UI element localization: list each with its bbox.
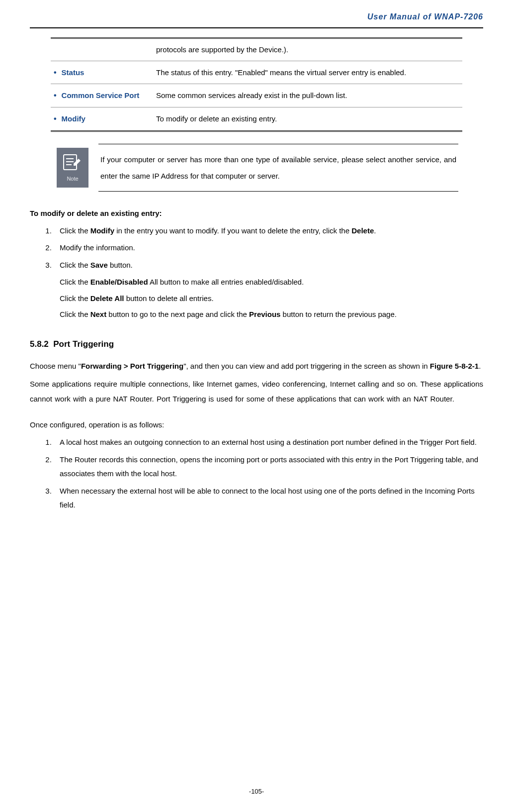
list-item: The Router records this connection, open… [54, 453, 483, 481]
sub-line: Click the Next button to go to the next … [60, 307, 483, 322]
table-row: Modify To modify or delete an existing e… [51, 107, 462, 131]
subsection-title: Port Triggering [53, 339, 114, 349]
operation-steps: A local host makes an outgoing connectio… [54, 435, 483, 512]
text: Choose menu " [30, 362, 81, 370]
row-label: Modify [51, 107, 150, 131]
subsection-heading: 5.8.2 Port Triggering [30, 337, 483, 352]
body-paragraph: Choose menu "Forwarding > Port Triggerin… [30, 359, 483, 374]
text: Click the [60, 261, 90, 269]
text: button to delete all entries. [124, 294, 214, 303]
row-label: Common Service Port [51, 84, 150, 107]
text: Click the [60, 310, 90, 318]
subsection-number: 5.8.2 [30, 339, 49, 349]
text-bold: Enable/Disabled [90, 278, 148, 286]
row-desc: Some common services already exist in th… [150, 84, 462, 107]
list-item: A local host makes an outgoing connectio… [54, 435, 483, 450]
sub-line: Click the Delete All button to delete al… [60, 292, 483, 306]
body-paragraph: Once configured, operation is as follows… [30, 417, 483, 432]
text: button. [108, 261, 133, 269]
definitions-table: protocols are supported by the Device.).… [51, 37, 462, 132]
text: Click the [60, 226, 90, 235]
table-row: protocols are supported by the Device.). [51, 38, 462, 61]
sub-line: Click the Enable/Disabled All button to … [60, 275, 483, 290]
text: Click the [60, 278, 90, 286]
text: Click the [60, 294, 90, 303]
row-desc: To modify or delete an existing entry. [150, 107, 462, 131]
table-row: Status The status of this entry. "Enable… [51, 61, 462, 84]
note-block: Note If your computer or server has more… [55, 144, 458, 192]
note-text: If your computer or server has more than… [98, 144, 458, 192]
text-bold: Delete All [90, 294, 124, 303]
text: button to return the previous page. [280, 310, 397, 318]
text-bold: Delete [351, 226, 374, 235]
sub-lines: Click the Enable/Disabled All button to … [60, 275, 483, 322]
list-item: Click the Save button. [54, 258, 483, 273]
text: All button to make all entries enabled/d… [148, 278, 304, 286]
text: ", and then you can view and add port tr… [183, 362, 430, 370]
text-bold: Forwarding > Port Triggering [81, 362, 183, 370]
text-bold: Next [90, 310, 107, 318]
note-icon: Note [55, 144, 90, 192]
page-footer: -105- [0, 786, 513, 797]
modify-heading: To modify or delete an existing entry: [30, 206, 483, 220]
row-desc: protocols are supported by the Device.). [150, 38, 462, 61]
row-desc: The status of this entry. "Enabled" mean… [150, 61, 462, 84]
row-label: Status [51, 61, 150, 84]
text: in the entry you want to modify. If you … [114, 226, 351, 235]
text: button to go to the next page and click … [106, 310, 249, 318]
note-icon-label: Note [67, 174, 78, 184]
page-header: User Manual of WNAP-7206 [30, 10, 483, 28]
text-bold: Modify [90, 226, 114, 235]
text-bold: Save [90, 261, 108, 269]
table-row: Common Service Port Some common services… [51, 84, 462, 107]
list-item: When necessary the external host will be… [54, 484, 483, 512]
pencil-note-icon [62, 151, 84, 173]
text: . [479, 362, 481, 370]
modify-steps: Click the Modify in the entry you want t… [54, 224, 483, 273]
text: . [374, 226, 376, 235]
body-paragraph: Some applications require multiple conne… [30, 377, 483, 406]
list-item: Modify the information. [54, 241, 483, 255]
row-label [51, 38, 150, 61]
text-bold: Figure 5-8-2-1 [430, 362, 479, 370]
text-bold: Previous [249, 310, 280, 318]
list-item: Click the Modify in the entry you want t… [54, 224, 483, 238]
